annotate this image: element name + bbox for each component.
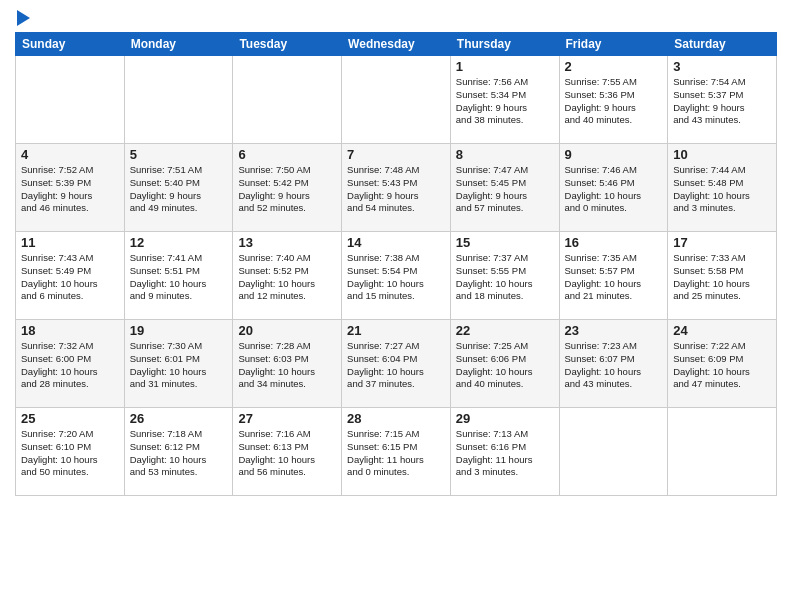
day-header-tuesday: Tuesday (233, 33, 342, 56)
calendar-cell: 17Sunrise: 7:33 AM Sunset: 5:58 PM Dayli… (668, 232, 777, 320)
cell-info: Sunrise: 7:44 AM Sunset: 5:48 PM Dayligh… (673, 164, 771, 215)
cell-date: 25 (21, 411, 119, 426)
cell-info: Sunrise: 7:28 AM Sunset: 6:03 PM Dayligh… (238, 340, 336, 391)
cell-date: 22 (456, 323, 554, 338)
calendar-table: SundayMondayTuesdayWednesdayThursdayFrid… (15, 32, 777, 496)
calendar-cell (233, 56, 342, 144)
cell-date: 8 (456, 147, 554, 162)
cell-info: Sunrise: 7:50 AM Sunset: 5:42 PM Dayligh… (238, 164, 336, 215)
calendar-cell (342, 56, 451, 144)
calendar-cell: 12Sunrise: 7:41 AM Sunset: 5:51 PM Dayli… (124, 232, 233, 320)
cell-date: 1 (456, 59, 554, 74)
calendar-cell: 7Sunrise: 7:48 AM Sunset: 5:43 PM Daylig… (342, 144, 451, 232)
calendar-cell: 9Sunrise: 7:46 AM Sunset: 5:46 PM Daylig… (559, 144, 668, 232)
calendar-cell: 2Sunrise: 7:55 AM Sunset: 5:36 PM Daylig… (559, 56, 668, 144)
cell-date: 18 (21, 323, 119, 338)
calendar-page: SundayMondayTuesdayWednesdayThursdayFrid… (0, 0, 792, 612)
cell-date: 9 (565, 147, 663, 162)
header (15, 10, 777, 26)
calendar-cell (668, 408, 777, 496)
day-header-monday: Monday (124, 33, 233, 56)
cell-date: 10 (673, 147, 771, 162)
cell-info: Sunrise: 7:30 AM Sunset: 6:01 PM Dayligh… (130, 340, 228, 391)
cell-date: 11 (21, 235, 119, 250)
calendar-cell: 18Sunrise: 7:32 AM Sunset: 6:00 PM Dayli… (16, 320, 125, 408)
cell-info: Sunrise: 7:37 AM Sunset: 5:55 PM Dayligh… (456, 252, 554, 303)
cell-info: Sunrise: 7:46 AM Sunset: 5:46 PM Dayligh… (565, 164, 663, 215)
calendar-cell: 13Sunrise: 7:40 AM Sunset: 5:52 PM Dayli… (233, 232, 342, 320)
cell-date: 20 (238, 323, 336, 338)
calendar-cell: 29Sunrise: 7:13 AM Sunset: 6:16 PM Dayli… (450, 408, 559, 496)
cell-info: Sunrise: 7:20 AM Sunset: 6:10 PM Dayligh… (21, 428, 119, 479)
cell-date: 12 (130, 235, 228, 250)
cell-date: 4 (21, 147, 119, 162)
cell-date: 13 (238, 235, 336, 250)
cell-date: 3 (673, 59, 771, 74)
cell-info: Sunrise: 7:38 AM Sunset: 5:54 PM Dayligh… (347, 252, 445, 303)
calendar-cell: 27Sunrise: 7:16 AM Sunset: 6:13 PM Dayli… (233, 408, 342, 496)
cell-info: Sunrise: 7:52 AM Sunset: 5:39 PM Dayligh… (21, 164, 119, 215)
cell-date: 28 (347, 411, 445, 426)
cell-info: Sunrise: 7:43 AM Sunset: 5:49 PM Dayligh… (21, 252, 119, 303)
calendar-cell: 1Sunrise: 7:56 AM Sunset: 5:34 PM Daylig… (450, 56, 559, 144)
cell-info: Sunrise: 7:41 AM Sunset: 5:51 PM Dayligh… (130, 252, 228, 303)
logo (15, 10, 30, 26)
week-row-3: 18Sunrise: 7:32 AM Sunset: 6:00 PM Dayli… (16, 320, 777, 408)
cell-date: 26 (130, 411, 228, 426)
cell-date: 19 (130, 323, 228, 338)
day-header-sunday: Sunday (16, 33, 125, 56)
cell-info: Sunrise: 7:18 AM Sunset: 6:12 PM Dayligh… (130, 428, 228, 479)
calendar-cell: 14Sunrise: 7:38 AM Sunset: 5:54 PM Dayli… (342, 232, 451, 320)
day-header-friday: Friday (559, 33, 668, 56)
cell-date: 23 (565, 323, 663, 338)
cell-date: 2 (565, 59, 663, 74)
calendar-cell: 19Sunrise: 7:30 AM Sunset: 6:01 PM Dayli… (124, 320, 233, 408)
week-row-0: 1Sunrise: 7:56 AM Sunset: 5:34 PM Daylig… (16, 56, 777, 144)
calendar-cell: 28Sunrise: 7:15 AM Sunset: 6:15 PM Dayli… (342, 408, 451, 496)
cell-info: Sunrise: 7:23 AM Sunset: 6:07 PM Dayligh… (565, 340, 663, 391)
calendar-cell: 26Sunrise: 7:18 AM Sunset: 6:12 PM Dayli… (124, 408, 233, 496)
week-row-1: 4Sunrise: 7:52 AM Sunset: 5:39 PM Daylig… (16, 144, 777, 232)
cell-date: 15 (456, 235, 554, 250)
cell-date: 24 (673, 323, 771, 338)
cell-info: Sunrise: 7:33 AM Sunset: 5:58 PM Dayligh… (673, 252, 771, 303)
day-header-wednesday: Wednesday (342, 33, 451, 56)
cell-info: Sunrise: 7:13 AM Sunset: 6:16 PM Dayligh… (456, 428, 554, 479)
cell-info: Sunrise: 7:16 AM Sunset: 6:13 PM Dayligh… (238, 428, 336, 479)
cell-info: Sunrise: 7:56 AM Sunset: 5:34 PM Dayligh… (456, 76, 554, 127)
cell-info: Sunrise: 7:48 AM Sunset: 5:43 PM Dayligh… (347, 164, 445, 215)
calendar-cell: 4Sunrise: 7:52 AM Sunset: 5:39 PM Daylig… (16, 144, 125, 232)
calendar-cell: 22Sunrise: 7:25 AM Sunset: 6:06 PM Dayli… (450, 320, 559, 408)
calendar-cell: 8Sunrise: 7:47 AM Sunset: 5:45 PM Daylig… (450, 144, 559, 232)
calendar-cell: 11Sunrise: 7:43 AM Sunset: 5:49 PM Dayli… (16, 232, 125, 320)
cell-date: 27 (238, 411, 336, 426)
cell-date: 7 (347, 147, 445, 162)
cell-info: Sunrise: 7:32 AM Sunset: 6:00 PM Dayligh… (21, 340, 119, 391)
cell-date: 5 (130, 147, 228, 162)
day-header-saturday: Saturday (668, 33, 777, 56)
calendar-cell: 10Sunrise: 7:44 AM Sunset: 5:48 PM Dayli… (668, 144, 777, 232)
cell-info: Sunrise: 7:47 AM Sunset: 5:45 PM Dayligh… (456, 164, 554, 215)
calendar-cell: 5Sunrise: 7:51 AM Sunset: 5:40 PM Daylig… (124, 144, 233, 232)
cell-date: 6 (238, 147, 336, 162)
cell-info: Sunrise: 7:25 AM Sunset: 6:06 PM Dayligh… (456, 340, 554, 391)
cell-info: Sunrise: 7:40 AM Sunset: 5:52 PM Dayligh… (238, 252, 336, 303)
calendar-cell: 6Sunrise: 7:50 AM Sunset: 5:42 PM Daylig… (233, 144, 342, 232)
cell-date: 29 (456, 411, 554, 426)
cell-date: 14 (347, 235, 445, 250)
calendar-cell: 21Sunrise: 7:27 AM Sunset: 6:04 PM Dayli… (342, 320, 451, 408)
cell-info: Sunrise: 7:55 AM Sunset: 5:36 PM Dayligh… (565, 76, 663, 127)
calendar-cell: 15Sunrise: 7:37 AM Sunset: 5:55 PM Dayli… (450, 232, 559, 320)
calendar-cell: 20Sunrise: 7:28 AM Sunset: 6:03 PM Dayli… (233, 320, 342, 408)
cell-date: 21 (347, 323, 445, 338)
calendar-cell: 16Sunrise: 7:35 AM Sunset: 5:57 PM Dayli… (559, 232, 668, 320)
calendar-cell (559, 408, 668, 496)
cell-info: Sunrise: 7:22 AM Sunset: 6:09 PM Dayligh… (673, 340, 771, 391)
day-header-thursday: Thursday (450, 33, 559, 56)
cell-info: Sunrise: 7:35 AM Sunset: 5:57 PM Dayligh… (565, 252, 663, 303)
calendar-cell (124, 56, 233, 144)
cell-date: 16 (565, 235, 663, 250)
cell-info: Sunrise: 7:51 AM Sunset: 5:40 PM Dayligh… (130, 164, 228, 215)
calendar-cell (16, 56, 125, 144)
cell-info: Sunrise: 7:15 AM Sunset: 6:15 PM Dayligh… (347, 428, 445, 479)
